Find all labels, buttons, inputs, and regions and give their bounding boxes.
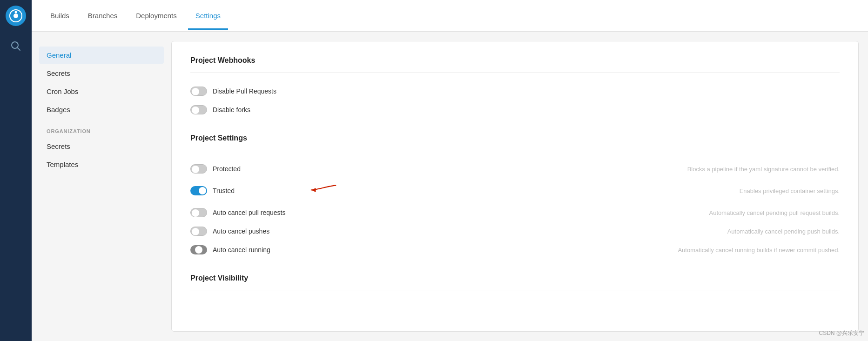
label-auto-cancel-running: Auto cancel running [213, 246, 306, 254]
label-auto-cancel-pushes: Auto cancel pushes [213, 227, 306, 235]
nav-item-badges[interactable]: Badges [39, 101, 164, 118]
tab-branches[interactable]: Branches [81, 1, 125, 30]
nav-item-cron-jobs[interactable]: Cron Jobs [39, 83, 164, 100]
settings-panel: Project Webhooks Disable Pull Requests D… [171, 41, 859, 332]
toggle-auto-cancel-pull-requests[interactable] [190, 208, 207, 217]
label-disable-pull-requests: Disable Pull Requests [213, 87, 306, 95]
setting-row-auto-cancel-running: Auto cancel running Automatically cancel… [190, 241, 840, 259]
setting-row-auto-cancel-pushes: Auto cancel pushes Automatically cancel … [190, 222, 840, 241]
nav-item-general[interactable]: General [39, 47, 164, 64]
desc-auto-cancel-pull-requests: Automatically cancel pending pull reques… [709, 209, 840, 216]
toggle-auto-cancel-running[interactable] [190, 245, 207, 254]
setting-row-auto-cancel-pull-requests: Auto cancel pull requests Automatically … [190, 203, 840, 222]
arrow-annotation [310, 183, 337, 199]
toggle-disable-forks[interactable] [190, 105, 207, 114]
watermark: CSDN @兴乐安宁 [819, 329, 864, 337]
nav-item-org-templates[interactable]: Templates [39, 156, 164, 173]
toggle-protected[interactable] [190, 164, 207, 174]
toggle-trusted[interactable] [190, 186, 207, 195]
label-trusted: Trusted [213, 187, 306, 194]
webhooks-section-title: Project Webhooks [190, 56, 840, 73]
label-auto-cancel-pull-requests: Auto cancel pull requests [213, 209, 306, 216]
main-area: Builds Branches Deployments Settings Gen… [32, 0, 868, 341]
setting-row-protected: Protected Blocks a pipeline if the yaml … [190, 160, 840, 178]
sidebar [0, 0, 32, 341]
label-disable-forks: Disable forks [213, 106, 306, 114]
tab-deployments[interactable]: Deployments [128, 1, 184, 30]
label-protected: Protected [213, 165, 306, 173]
setting-row-disable-pull-requests: Disable Pull Requests [190, 82, 840, 100]
setting-row-trusted: Trusted Enables privileged container set… [190, 178, 840, 203]
search-icon[interactable] [7, 37, 25, 57]
app-logo[interactable] [6, 6, 26, 26]
svg-marker-5 [311, 188, 316, 192]
svg-line-4 [18, 48, 20, 51]
desc-trusted: Enables privileged container settings. [740, 187, 840, 194]
nav-item-org-secrets[interactable]: Secrets [39, 138, 164, 155]
content-area: General Secrets Cron Jobs Badges ORGANIZ… [32, 32, 868, 341]
setting-row-disable-forks: Disable forks [190, 100, 840, 119]
tab-builds[interactable]: Builds [43, 1, 77, 30]
desc-protected: Blocks a pipeline if the yaml signature … [687, 166, 840, 173]
project-visibility-section-title: Project Visibility [190, 274, 840, 290]
desc-auto-cancel-running: Automatically cancel running builds if n… [678, 247, 840, 254]
settings-nav: General Secrets Cron Jobs Badges ORGANIZ… [32, 32, 171, 341]
svg-point-1 [13, 13, 18, 18]
tab-settings[interactable]: Settings [188, 1, 228, 30]
toggle-disable-pull-requests[interactable] [190, 87, 207, 96]
toggle-auto-cancel-pushes[interactable] [190, 227, 207, 236]
svg-point-2 [15, 11, 17, 13]
nav-item-secrets[interactable]: Secrets [39, 65, 164, 82]
project-settings-section-title: Project Settings [190, 134, 840, 150]
top-nav: Builds Branches Deployments Settings [32, 0, 868, 32]
desc-auto-cancel-pushes: Automatically cancel pending push builds… [727, 228, 840, 235]
org-section-label: ORGANIZATION [39, 119, 164, 138]
